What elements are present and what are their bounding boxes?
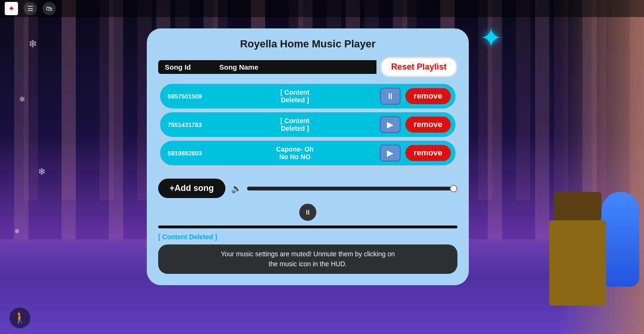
pause-button-0[interactable]: ⏸ [380,88,401,105]
mute-notice-text: Your music settings are muted! Unmute th… [221,250,395,268]
song-row: 7551431783 [ ContentDeleted ] ▶ remove [160,112,456,137]
playback-row: ⏸ [158,204,457,221]
header-bar: Song Id Song Name Reset Playlist [158,57,457,77]
mute-notice: Your music settings are muted! Unmute th… [158,244,457,274]
play-button-1[interactable]: ▶ [380,116,401,133]
star-decoration: ✦ [480,23,502,53]
progress-bar[interactable] [158,226,457,228]
roblox-topbar: ✦ ☰ 🛍 [0,0,644,17]
remove-button-2[interactable]: remove [405,145,451,161]
add-song-button[interactable]: +Add song [158,179,225,198]
side-table [549,220,606,306]
snowflake: ❄ [14,227,20,235]
bag-icon[interactable]: 🛍 [43,2,56,15]
remove-button-0[interactable]: remove [405,88,451,104]
roblox-logo: ✦ [5,2,18,15]
song-id-label: Song Id [165,63,191,71]
song-name-0: [ ContentDeleted ] [215,89,375,104]
current-track: [ Content Deleted ] [158,233,457,241]
song-name-2: Capone- OhNo No NO [215,145,375,161]
volume-slider[interactable] [247,187,458,190]
song-name-label: Song Name [219,63,259,71]
music-player-panel: Royella Home Music Player Song Id Song N… [147,28,469,285]
remove-button-1[interactable]: remove [405,117,451,133]
header-labels: Song Id Song Name [158,60,376,74]
song-id-1: 7551431783 [168,121,210,128]
song-id-0: 5957501509 [168,93,210,100]
volume-knob[interactable] [450,185,457,192]
blue-character [601,192,639,287]
reset-playlist-button[interactable]: Reset Playlist [380,57,457,77]
panel-title: Royella Home Music Player [158,38,457,50]
volume-fill [247,187,437,190]
playlist-container: 5957501509 [ ContentDeleted ] ⏸ remove 7… [158,81,457,172]
volume-icon: 🔈 [231,183,242,194]
song-name-1: [ ContentDeleted ] [215,117,375,132]
playback-pause-button[interactable]: ⏸ [299,204,316,221]
song-row: 5957501509 [ ContentDeleted ] ⏸ remove [160,84,456,108]
bottom-controls: +Add song 🔈 [158,179,457,198]
song-row: 5919882803 Capone- OhNo No NO ▶ remove [160,141,456,165]
character-icon[interactable]: 🚶 [9,307,30,328]
play-button-2[interactable]: ▶ [380,144,401,162]
menu-icon[interactable]: ☰ [24,2,37,15]
song-id-2: 5919882803 [168,150,210,157]
